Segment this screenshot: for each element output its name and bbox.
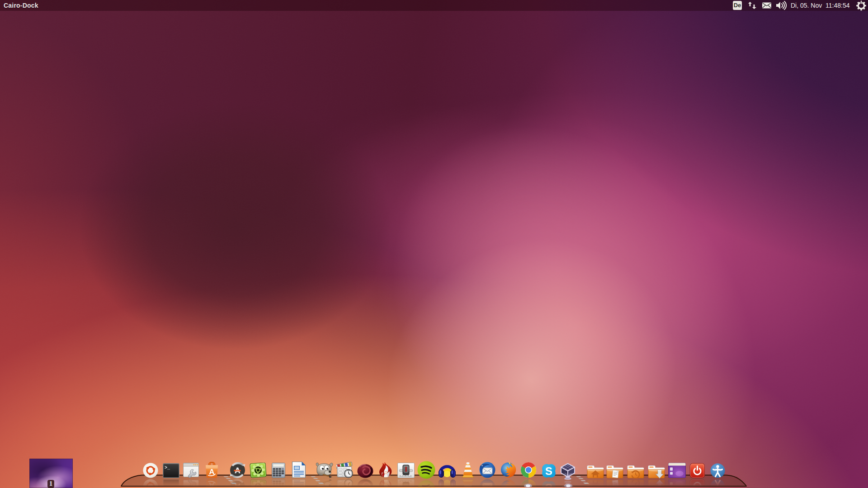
svg-text:>_: >_ bbox=[165, 465, 170, 470]
svg-text:S: S bbox=[545, 465, 552, 477]
svg-text:A: A bbox=[235, 466, 240, 475]
